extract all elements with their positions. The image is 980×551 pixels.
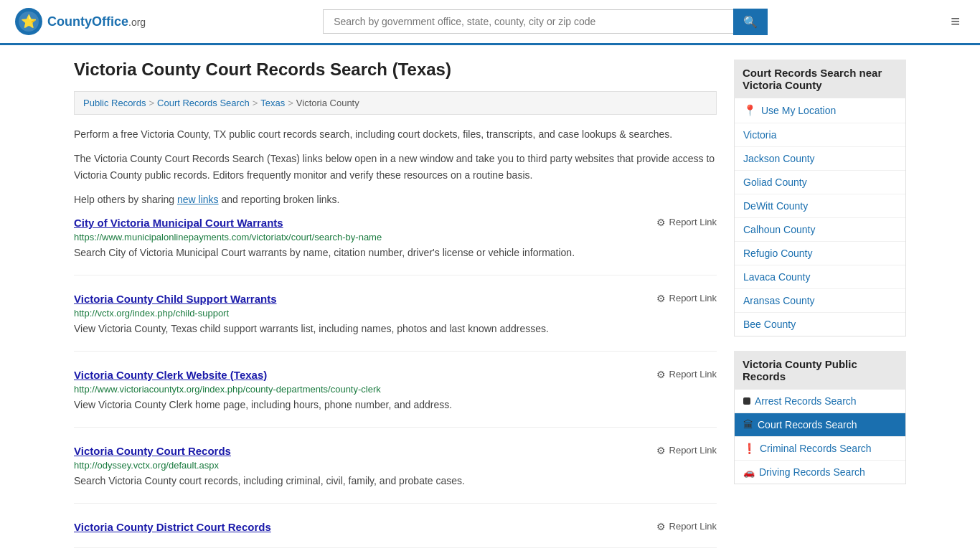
sidebar-pr-item[interactable]: ❗Criminal Records Search bbox=[735, 437, 905, 461]
sidebar-nearby-item[interactable]: DeWitt County bbox=[735, 194, 905, 218]
menu-button[interactable]: ≡ bbox=[945, 9, 966, 34]
report-link-btn[interactable]: ⚙ Report Link bbox=[656, 445, 717, 456]
pr-link[interactable]: Court Records Search bbox=[758, 419, 857, 430]
report-icon: ⚙ bbox=[656, 217, 666, 228]
result-item: Victoria County Clerk Website (Texas) ⚙ … bbox=[74, 369, 717, 428]
new-links-link[interactable]: new links bbox=[177, 194, 219, 205]
result-title-link[interactable]: City of Victoria Municipal Court Warrant… bbox=[74, 217, 283, 229]
nearby-link[interactable]: Victoria bbox=[743, 129, 776, 141]
sidebar-pr-item[interactable]: 🚗Driving Records Search bbox=[735, 461, 905, 484]
nearby-header: Court Records Search near Victoria Count… bbox=[734, 60, 906, 98]
page-title: Victoria County Court Records Search (Te… bbox=[74, 60, 717, 80]
nearby-list: 📍Use My LocationVictoriaJackson CountyGo… bbox=[734, 98, 906, 336]
sidebar-nearby-item[interactable]: Jackson County bbox=[735, 147, 905, 171]
breadcrumb-court-records[interactable]: Court Records Search bbox=[157, 98, 250, 108]
nearby-link[interactable]: DeWitt County bbox=[743, 200, 808, 212]
report-icon: ⚙ bbox=[656, 293, 666, 304]
nearby-link[interactable]: Bee County bbox=[743, 319, 796, 330]
public-records-header: Victoria County Public Records bbox=[734, 351, 906, 390]
result-desc: View Victoria County, Texas child suppor… bbox=[74, 321, 717, 336]
breadcrumb-public-records[interactable]: Public Records bbox=[83, 98, 146, 108]
description-2: The Victoria County Court Records Search… bbox=[74, 151, 717, 183]
report-icon: ⚙ bbox=[656, 445, 666, 456]
result-item: City of Victoria Municipal Court Warrant… bbox=[74, 217, 717, 276]
car-icon: 🚗 bbox=[743, 467, 755, 478]
result-desc: View Victoria County Clerk home page, in… bbox=[74, 397, 717, 413]
breadcrumb-county: Victoria County bbox=[296, 98, 359, 108]
nearby-link[interactable]: Calhoun County bbox=[743, 224, 815, 235]
result-title-link[interactable]: Victoria County District Court Records bbox=[74, 521, 271, 533]
header: ⭐ CountyOffice.org 🔍 ≡ bbox=[0, 0, 980, 45]
building-icon: 🏛 bbox=[743, 419, 753, 430]
nearby-link[interactable]: Refugio County bbox=[743, 248, 813, 259]
nearby-link[interactable]: Goliad County bbox=[743, 176, 807, 188]
report-label: Report Link bbox=[669, 445, 717, 456]
report-label: Report Link bbox=[669, 521, 717, 532]
result-title-link[interactable]: Victoria County Child Support Warrants bbox=[74, 293, 277, 305]
public-records-list: Arrest Records Search🏛Court Records Sear… bbox=[734, 390, 906, 484]
sidebar-pr-item[interactable]: 🏛Court Records Search bbox=[735, 413, 905, 437]
location-icon: 📍 bbox=[743, 104, 757, 117]
result-title-row: City of Victoria Municipal Court Warrant… bbox=[74, 217, 717, 229]
logo-area: ⭐ CountyOffice.org bbox=[14, 7, 146, 36]
sidebar-nearby-item[interactable]: Goliad County bbox=[735, 171, 905, 194]
result-title-link[interactable]: Victoria County Clerk Website (Texas) bbox=[74, 369, 267, 381]
result-item: Victoria County Court Records ⚙ Report L… bbox=[74, 445, 717, 504]
result-item: Victoria County District Court Records ⚙… bbox=[74, 521, 717, 548]
result-item: Victoria County Child Support Warrants ⚙… bbox=[74, 293, 717, 352]
nearby-section: Court Records Search near Victoria Count… bbox=[734, 60, 906, 336]
square-icon bbox=[743, 397, 750, 405]
sidebar-pr-item[interactable]: Arrest Records Search bbox=[735, 390, 905, 413]
sidebar: Court Records Search near Victoria Count… bbox=[734, 60, 906, 551]
report-label: Report Link bbox=[669, 369, 717, 380]
report-link-btn[interactable]: ⚙ Report Link bbox=[656, 293, 717, 304]
nearby-link[interactable]: Lavaca County bbox=[743, 271, 810, 283]
result-title-row: Victoria County Court Records ⚙ Report L… bbox=[74, 445, 717, 457]
result-title-link[interactable]: Victoria County Court Records bbox=[74, 445, 231, 457]
result-url: http://odyssey.vctx.org/default.aspx bbox=[74, 460, 717, 471]
sidebar-nearby-item[interactable]: Lavaca County bbox=[735, 265, 905, 289]
result-desc: Search Victoria County court records, in… bbox=[74, 474, 717, 489]
report-link-btn[interactable]: ⚙ Report Link bbox=[656, 521, 717, 532]
nearby-link[interactable]: Use My Location bbox=[761, 105, 836, 116]
content-area: Victoria County Court Records Search (Te… bbox=[74, 60, 717, 551]
result-url: http://vctx.org/index.php/child-support bbox=[74, 308, 717, 319]
sidebar-nearby-item[interactable]: Calhoun County bbox=[735, 218, 905, 242]
description-3: Help others by sharing new links and rep… bbox=[74, 192, 717, 207]
search-button[interactable]: 🔍 bbox=[733, 9, 768, 35]
sidebar-nearby-item[interactable]: Aransas County bbox=[735, 289, 905, 313]
public-records-section: Victoria County Public Records Arrest Re… bbox=[734, 351, 906, 484]
report-link-btn[interactable]: ⚙ Report Link bbox=[656, 217, 717, 228]
results-container: City of Victoria Municipal Court Warrant… bbox=[74, 217, 717, 548]
breadcrumb: Public Records > Court Records Search > … bbox=[74, 91, 717, 115]
sidebar-nearby-item[interactable]: Victoria bbox=[735, 123, 905, 147]
report-icon: ⚙ bbox=[656, 521, 666, 532]
nearby-link[interactable]: Jackson County bbox=[743, 153, 815, 164]
logo-text: CountyOffice.org bbox=[47, 14, 146, 29]
result-title-row: Victoria County District Court Records ⚙… bbox=[74, 521, 717, 533]
report-label: Report Link bbox=[669, 217, 717, 227]
pr-link[interactable]: Criminal Records Search bbox=[760, 443, 872, 454]
svg-text:⭐: ⭐ bbox=[21, 14, 37, 29]
pr-link[interactable]: Driving Records Search bbox=[759, 466, 865, 478]
description-1: Perform a free Victoria County, TX publi… bbox=[74, 126, 717, 142]
search-area: 🔍 bbox=[323, 9, 768, 35]
search-input[interactable] bbox=[323, 9, 733, 34]
report-label: Report Link bbox=[669, 293, 717, 303]
breadcrumb-texas[interactable]: Texas bbox=[260, 98, 285, 108]
logo-icon: ⭐ bbox=[14, 7, 43, 36]
sidebar-nearby-item[interactable]: Bee County bbox=[735, 313, 905, 336]
alert-icon: ❗ bbox=[743, 443, 755, 454]
sidebar-nearby-item[interactable]: 📍Use My Location bbox=[735, 98, 905, 123]
result-url: http://www.victoriacountytx.org/index.ph… bbox=[74, 384, 717, 395]
nearby-link[interactable]: Aransas County bbox=[743, 295, 815, 306]
sidebar-nearby-item[interactable]: Refugio County bbox=[735, 242, 905, 265]
result-url: https://www.municipalonlinepayments.com/… bbox=[74, 232, 717, 242]
result-title-row: Victoria County Child Support Warrants ⚙… bbox=[74, 293, 717, 305]
result-title-row: Victoria County Clerk Website (Texas) ⚙ … bbox=[74, 369, 717, 381]
result-desc: Search City of Victoria Municipal Court … bbox=[74, 245, 717, 260]
pr-link[interactable]: Arrest Records Search bbox=[755, 395, 857, 407]
report-icon: ⚙ bbox=[656, 369, 666, 380]
report-link-btn[interactable]: ⚙ Report Link bbox=[656, 369, 717, 380]
main-container: Victoria County Court Records Search (Te… bbox=[60, 45, 920, 551]
